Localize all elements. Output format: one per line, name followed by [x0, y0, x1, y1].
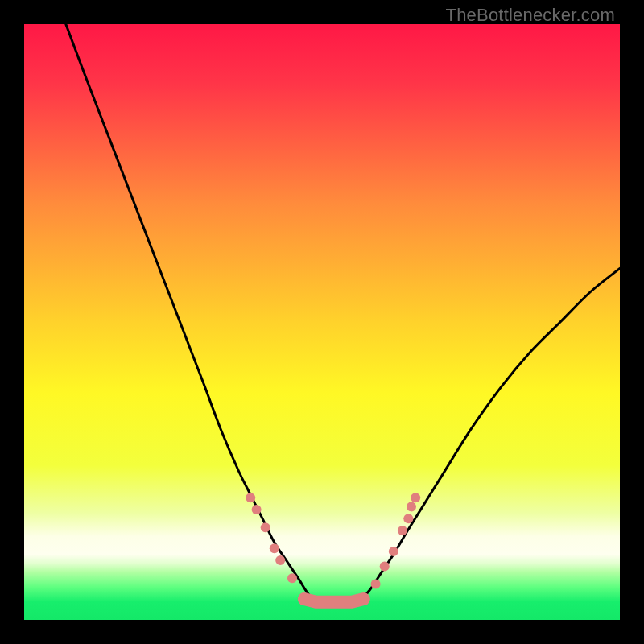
bead-marker [270, 543, 279, 553]
bead-floor [304, 599, 364, 602]
plot-area [24, 24, 620, 620]
bead-marker [275, 555, 285, 565]
bottleneck-curve [66, 24, 620, 603]
bead-marker [246, 493, 255, 502]
markers-group [246, 493, 420, 602]
bead-marker [261, 522, 270, 532]
bead-marker [287, 573, 297, 583]
curve-layer [24, 24, 620, 620]
bead-marker [371, 580, 381, 589]
bead-marker [403, 514, 413, 523]
curves-group [66, 24, 620, 603]
bead-marker [407, 502, 416, 511]
bead-marker [411, 493, 420, 502]
bead-marker [398, 526, 407, 535]
bead-marker [380, 561, 390, 571]
bead-marker [389, 547, 398, 556]
watermark-text: TheBottlenecker.com [446, 5, 615, 26]
chart-frame: TheBottlenecker.com [0, 0, 644, 644]
bead-marker [252, 505, 262, 514]
